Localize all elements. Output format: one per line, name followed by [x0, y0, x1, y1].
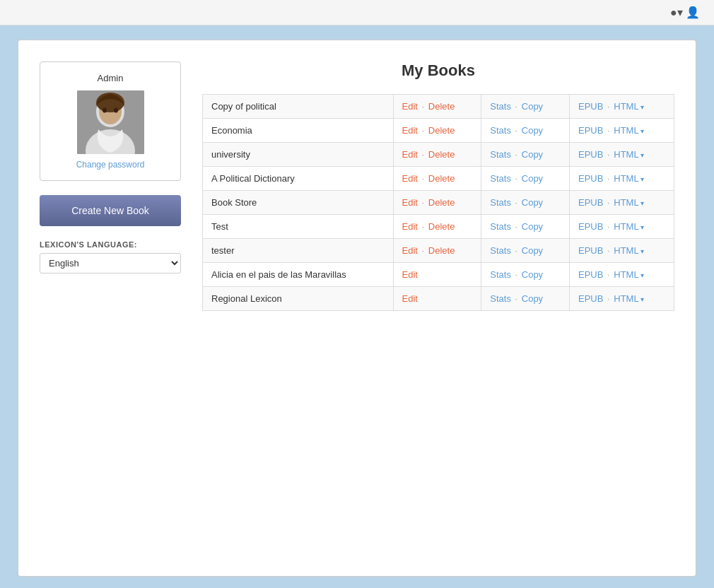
delete-link[interactable]: Delete — [428, 149, 455, 160]
edit-delete-cell: Edit · Delete — [393, 143, 481, 167]
stats-copy-cell: Stats · Copy — [481, 263, 570, 287]
html-dropdown-arrow[interactable]: ▾ — [639, 223, 645, 231]
stats-link[interactable]: Stats — [490, 149, 511, 160]
html-dropdown-arrow[interactable]: ▾ — [639, 151, 645, 159]
epub-link[interactable]: EPUB — [578, 173, 603, 184]
svg-point-5 — [103, 108, 107, 113]
html-dropdown-arrow[interactable]: ▾ — [639, 103, 645, 111]
edit-link[interactable]: Edit — [402, 173, 418, 184]
delete-link[interactable]: Delete — [428, 125, 455, 136]
book-name: Test — [203, 215, 394, 239]
delete-link[interactable]: Delete — [428, 245, 455, 256]
stats-link[interactable]: Stats — [490, 125, 511, 136]
separator: · — [513, 245, 520, 256]
copy-link[interactable]: Copy — [522, 173, 543, 184]
html-link[interactable]: HTML — [614, 269, 638, 280]
edit-link[interactable]: Edit — [402, 197, 418, 208]
html-link[interactable]: HTML — [614, 173, 638, 184]
delete-link[interactable]: Delete — [428, 197, 455, 208]
epub-html-cell: EPUB · HTML ▾ — [570, 263, 674, 287]
separator: · — [419, 197, 427, 208]
stats-copy-cell: Stats · Copy — [481, 95, 570, 119]
separator: · — [513, 197, 520, 208]
epub-html-cell: EPUB · HTML ▾ — [570, 215, 674, 239]
copy-link[interactable]: Copy — [522, 221, 543, 232]
epub-link[interactable]: EPUB — [578, 197, 603, 208]
profile-box: Admin Change password — [40, 61, 181, 181]
table-row: Alicia en el pais de las MaravillasEditS… — [203, 263, 674, 287]
book-name: Copy of political — [203, 95, 394, 119]
edit-link[interactable]: Edit — [402, 125, 418, 136]
html-dropdown-arrow[interactable]: ▾ — [639, 175, 645, 183]
stats-link[interactable]: Stats — [490, 221, 511, 232]
copy-link[interactable]: Copy — [522, 125, 543, 136]
stats-link[interactable]: Stats — [490, 245, 511, 256]
separator: · — [604, 173, 612, 184]
language-select[interactable]: English Spanish French German — [40, 253, 181, 274]
epub-html-cell: EPUB · HTML ▾ — [570, 95, 674, 119]
html-dropdown-arrow[interactable]: ▾ — [639, 295, 645, 303]
html-dropdown-arrow[interactable]: ▾ — [639, 199, 645, 207]
create-new-book-button[interactable]: Create New Book — [40, 195, 181, 226]
html-link[interactable]: HTML — [614, 101, 638, 112]
book-name: tester — [203, 239, 394, 263]
table-row: Regional LexiconEditStats · CopyEPUB · H… — [203, 287, 674, 311]
stats-link[interactable]: Stats — [490, 101, 511, 112]
epub-link[interactable]: EPUB — [578, 293, 603, 304]
stats-copy-cell: Stats · Copy — [481, 119, 570, 143]
separator: · — [513, 221, 520, 232]
edit-link[interactable]: Edit — [402, 101, 418, 112]
stats-link[interactable]: Stats — [490, 173, 511, 184]
edit-link[interactable]: Edit — [402, 221, 418, 232]
epub-html-cell: EPUB · HTML ▾ — [570, 167, 674, 191]
change-password-link[interactable]: Change password — [76, 160, 145, 170]
html-link[interactable]: HTML — [614, 149, 638, 160]
epub-html-cell: EPUB · HTML ▾ — [570, 239, 674, 263]
stats-link[interactable]: Stats — [490, 197, 511, 208]
separator: · — [419, 149, 427, 160]
book-name: Alicia en el pais de las Maravillas — [203, 263, 394, 287]
html-link[interactable]: HTML — [614, 125, 638, 136]
edit-link[interactable]: Edit — [402, 149, 418, 160]
table-row: TestEdit · DeleteStats · CopyEPUB · HTML… — [203, 215, 674, 239]
book-name: Book Store — [203, 191, 394, 215]
page-title: My Books — [202, 61, 674, 80]
stats-link[interactable]: Stats — [490, 269, 511, 280]
user-icon[interactable]: ●▾ 👤 — [670, 6, 700, 19]
html-link[interactable]: HTML — [614, 245, 638, 256]
epub-link[interactable]: EPUB — [578, 245, 603, 256]
epub-link[interactable]: EPUB — [578, 269, 603, 280]
separator: · — [513, 101, 520, 112]
copy-link[interactable]: Copy — [522, 269, 543, 280]
edit-link[interactable]: Edit — [402, 293, 418, 304]
books-table: Copy of politicalEdit · DeleteStats · Co… — [202, 94, 674, 311]
edit-link[interactable]: Edit — [402, 245, 418, 256]
epub-link[interactable]: EPUB — [578, 101, 603, 112]
html-link[interactable]: HTML — [614, 221, 638, 232]
html-link[interactable]: HTML — [614, 293, 638, 304]
epub-link[interactable]: EPUB — [578, 149, 603, 160]
table-row: testerEdit · DeleteStats · CopyEPUB · HT… — [203, 239, 674, 263]
copy-link[interactable]: Copy — [522, 245, 543, 256]
epub-link[interactable]: EPUB — [578, 125, 603, 136]
copy-link[interactable]: Copy — [522, 149, 543, 160]
copy-link[interactable]: Copy — [522, 101, 543, 112]
separator: · — [419, 173, 427, 184]
html-link[interactable]: HTML — [614, 197, 638, 208]
copy-link[interactable]: Copy — [522, 293, 543, 304]
copy-link[interactable]: Copy — [522, 197, 543, 208]
delete-link[interactable]: Delete — [428, 173, 455, 184]
table-row: universityEdit · DeleteStats · CopyEPUB … — [203, 143, 674, 167]
separator: · — [604, 221, 612, 232]
edit-delete-cell: Edit — [393, 287, 481, 311]
html-dropdown-arrow[interactable]: ▾ — [639, 271, 645, 279]
svg-point-6 — [114, 108, 118, 113]
epub-link[interactable]: EPUB — [578, 221, 603, 232]
edit-link[interactable]: Edit — [402, 269, 418, 280]
stats-link[interactable]: Stats — [490, 293, 511, 304]
delete-link[interactable]: Delete — [428, 221, 455, 232]
separator: · — [604, 245, 612, 256]
html-dropdown-arrow[interactable]: ▾ — [639, 127, 645, 135]
html-dropdown-arrow[interactable]: ▾ — [639, 247, 645, 255]
delete-link[interactable]: Delete — [428, 101, 455, 112]
